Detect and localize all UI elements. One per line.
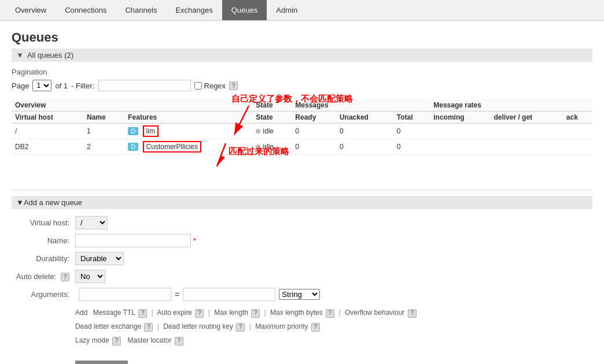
state-dot (256, 144, 260, 149)
state-dot (256, 129, 260, 133)
top-navigation: Overview Connections Channels Exchanges … (0, 0, 604, 21)
cell-total: 0 (393, 124, 430, 139)
auto-delete-row: Auto delete: ? No Yes (12, 270, 592, 283)
nav-channels[interactable]: Channels (116, 0, 166, 20)
auto-delete-help-icon[interactable]: ? (61, 273, 69, 281)
col-unacked: Unacked (336, 112, 393, 124)
col-virtual-host: Virtual host (12, 112, 83, 124)
virtual-host-row: Virtual host: / DB2 (12, 216, 592, 229)
message-rates-group-header: Message rates (430, 99, 592, 112)
cell-state: idle (252, 124, 292, 139)
messages-group-header: Messages (292, 99, 430, 112)
col-ready: Ready (292, 112, 336, 124)
col-incoming: incoming (430, 112, 490, 124)
regex-checkbox[interactable] (194, 82, 202, 90)
all-queues-header: ▼ All queues (2) (12, 49, 592, 62)
arguments-type-select[interactable]: String Number Boolean List (279, 289, 320, 300)
arguments-row: Arguments: = String Number Boolean List (12, 288, 592, 301)
cell-ack (563, 139, 592, 155)
nav-exchanges[interactable]: Exchanges (166, 0, 222, 20)
help-overflow-behaviour[interactable]: ? (408, 309, 417, 318)
virtual-host-select[interactable]: / DB2 (75, 216, 108, 229)
badge-d: D (128, 127, 138, 135)
link-dead-letter-exchange[interactable]: Dead letter exchange (75, 322, 141, 330)
nav-admin[interactable]: Admin (267, 0, 307, 20)
link-lazy-mode[interactable]: Lazy mode (75, 336, 109, 344)
cell-deliver (490, 124, 562, 139)
page-text: Page (12, 81, 29, 90)
name-input[interactable] (75, 234, 191, 247)
auto-delete-select[interactable]: No Yes (75, 270, 105, 283)
cell-state: idle (252, 139, 292, 155)
cell-features: D CustomerPllicies (124, 139, 252, 155)
name-label: Name: (12, 236, 75, 245)
equals-sign: = (175, 290, 179, 299)
filter-label: - Filter: (71, 81, 94, 90)
cell-total: 0 (393, 139, 430, 155)
durability-select[interactable]: Durable Transient (75, 252, 124, 265)
state-col-header: State (252, 99, 292, 112)
link-max-length-bytes[interactable]: Max length bytes (270, 309, 323, 317)
pagination-row: Page 1 of 1 - Filter: Regex ? (12, 80, 592, 91)
arguments-value-input[interactable] (183, 288, 275, 301)
add-queue-label: Add a new queue (24, 198, 82, 207)
policy-name: CustomerPllicies (143, 141, 201, 153)
help-message-ttl[interactable]: ? (138, 309, 147, 318)
add-queue-header: ▼ Add a new queue (12, 196, 592, 209)
cell-deliver (490, 139, 562, 155)
link-auto-expire[interactable]: Auto expire (157, 309, 192, 317)
link-master-locator[interactable]: Master locator (127, 336, 171, 344)
filter-input[interactable] (98, 80, 191, 91)
arguments-key-input[interactable] (79, 288, 171, 301)
main-content: Queues ▼ All queues (2) Pagination Page … (0, 21, 604, 364)
help-lazy-mode[interactable]: ? (112, 337, 121, 346)
cell-name: 1 (83, 124, 124, 139)
col-name: Name (83, 112, 124, 124)
durability-label: Durability: (12, 254, 75, 263)
add-queue-section: ▼ Add a new queue Virtual host: / DB2 Na… (12, 190, 592, 364)
cell-ready: 0 (292, 139, 336, 155)
link-message-ttl[interactable]: Message TTL (93, 309, 135, 317)
virtual-host-label: Virtual host: (12, 218, 75, 227)
nav-queues[interactable]: Queues (222, 0, 267, 20)
link-dead-letter-routing-key[interactable]: Dead letter routing key (163, 322, 233, 330)
regex-help-icon[interactable]: ? (229, 81, 238, 90)
of-label: of 1 (55, 81, 68, 90)
collapse-arrow[interactable]: ▼ (16, 51, 24, 60)
link-max-length[interactable]: Max length (214, 309, 248, 317)
help-dead-letter-exchange[interactable]: ? (144, 323, 153, 332)
page-select[interactable]: 1 (32, 80, 51, 91)
cell-incoming (430, 124, 490, 139)
add-label: Add (75, 309, 87, 317)
help-maximum-priority[interactable]: ? (311, 323, 320, 332)
add-queue-collapse-arrow[interactable]: ▼ (16, 198, 24, 207)
nav-connections[interactable]: Connections (56, 0, 116, 20)
overview-group-header: Overview (12, 99, 252, 112)
name-row: Name: * (12, 234, 592, 247)
cell-vhost: DB2 (12, 139, 83, 155)
col-features: Features (124, 112, 252, 124)
regex-label: Regex (194, 81, 226, 90)
durability-row: Durability: Durable Transient (12, 252, 592, 265)
help-max-length-bytes[interactable]: ? (326, 309, 334, 318)
virtual-host-select-container: / DB2 (75, 216, 108, 229)
arguments-label: Arguments: (12, 290, 75, 299)
table-row: DB2 2 D CustomerPllicies idle 0 0 0 (12, 139, 592, 155)
link-maximum-priority[interactable]: Maximum priority (255, 322, 308, 330)
badge-d: D (128, 143, 138, 151)
nav-overview[interactable]: Overview (6, 0, 56, 20)
cell-incoming (430, 139, 490, 155)
help-max-length[interactable]: ? (251, 309, 260, 318)
cell-unacked: 0 (336, 139, 393, 155)
cell-unacked: 0 (336, 124, 393, 139)
help-dead-letter-routing-key[interactable]: ? (236, 323, 245, 332)
pagination-label: Pagination (12, 68, 592, 76)
link-overflow-behaviour[interactable]: Overflow behaviour (345, 309, 404, 317)
help-links: Add Message TTL ? | Auto expire ? | Max … (75, 306, 592, 347)
add-queue-button[interactable]: Add queue (75, 361, 128, 364)
help-master-locator[interactable]: ? (175, 337, 183, 346)
cell-ready: 0 (292, 124, 336, 139)
queues-table-container: 自己定义了参数，不会匹配策略 Overview State Messages M… (12, 99, 592, 155)
help-auto-expire[interactable]: ? (195, 309, 204, 318)
all-queues-label: All queues (2) (27, 51, 73, 60)
